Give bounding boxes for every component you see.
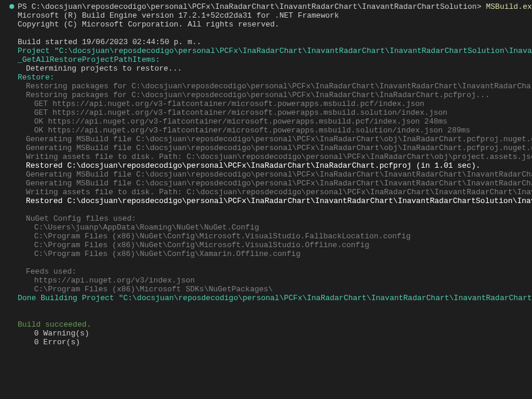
command-name: MSBuild.exe xyxy=(486,2,532,11)
build-started: Build started 19/06/2023 02:44:50 p. m.. xyxy=(9,38,532,46)
project-line: Project "C:\docsjuan\reposdecodigo\perso… xyxy=(9,46,532,55)
terminal-output[interactable]: PS C:\docsjuan\reposdecodigo\personal\PC… xyxy=(9,2,532,347)
done-building: Done Building Project "C:\docsjuan\repos… xyxy=(9,294,532,302)
restore-output: Generating MSBuild file C:\docsjuan\repo… xyxy=(9,170,532,179)
determining-projects: Determining projects to restore... xyxy=(9,64,532,73)
errors-count: 0 Error(s) xyxy=(9,338,532,347)
restore-output: Generating MSBuild file C:\docsjuan\repo… xyxy=(9,179,532,188)
nuget-config-path: C:\Program Files (x86)\NuGet\Config\Xama… xyxy=(9,250,532,258)
feed-path: https://api.nuget.org/v3/index.json xyxy=(9,276,532,285)
restore-output: OK https://api.nuget.org/v3-flatcontaine… xyxy=(9,126,532,135)
restore-output: Writing assets file to disk. Path: C:\do… xyxy=(9,188,532,197)
restore-output: Writing assets file to disk. Path: C:\do… xyxy=(9,152,532,161)
prompt-line: PS C:\docsjuan\reposdecodigo\personal\PC… xyxy=(9,2,532,11)
restore-label: Restore: xyxy=(9,73,532,82)
restore-output: Generating MSBuild file C:\docsjuan\repo… xyxy=(9,144,532,152)
restore-output: Restoring packages for C:\docsjuan\repos… xyxy=(9,91,532,99)
feeds-label: Feeds used: xyxy=(9,267,532,276)
nuget-config-path: C:\Users\juanp\AppData\Roaming\NuGet\NuG… xyxy=(9,223,532,232)
restore-output: GET https://api.nuget.org/v3-flatcontain… xyxy=(9,99,532,108)
restored-project: Restored C:\docsjuan\reposdecodigo\perso… xyxy=(9,197,532,205)
restore-output: GET https://api.nuget.org/v3-flatcontain… xyxy=(9,108,532,117)
warnings-count: 0 Warning(s) xyxy=(9,329,532,338)
build-succeeded: Build succeeded. xyxy=(9,320,532,329)
copyright-line: Copyright (C) Microsoft Corporation. All… xyxy=(9,20,532,29)
restore-output: Generating MSBuild file C:\docsjuan\repo… xyxy=(9,135,532,144)
restore-output: Restoring packages for C:\docsjuan\repos… xyxy=(9,82,532,91)
nuget-config-path: C:\Program Files (x86)\NuGet\Config\Micr… xyxy=(9,232,532,241)
prompt-path: PS C:\docsjuan\reposdecodigo\personal\PC… xyxy=(18,2,486,11)
restore-output: OK https://api.nuget.org/v3-flatcontaine… xyxy=(9,117,532,126)
feed-path: C:\Program Files (x86)\Microsoft SDKs\Nu… xyxy=(9,285,532,294)
build-engine-version: Microsoft (R) Build Engine version 17.2.… xyxy=(9,11,532,20)
nuget-config-path: C:\Program Files (x86)\NuGet\Config\Micr… xyxy=(9,241,532,250)
restored-project: Restored C:\docsjuan\reposdecodigo\perso… xyxy=(9,161,532,170)
get-all-restore-items: _GetAllRestoreProjectPathItems: xyxy=(9,55,532,64)
nuget-config-label: NuGet Config files used: xyxy=(9,214,532,223)
status-bullet-icon xyxy=(9,4,14,9)
